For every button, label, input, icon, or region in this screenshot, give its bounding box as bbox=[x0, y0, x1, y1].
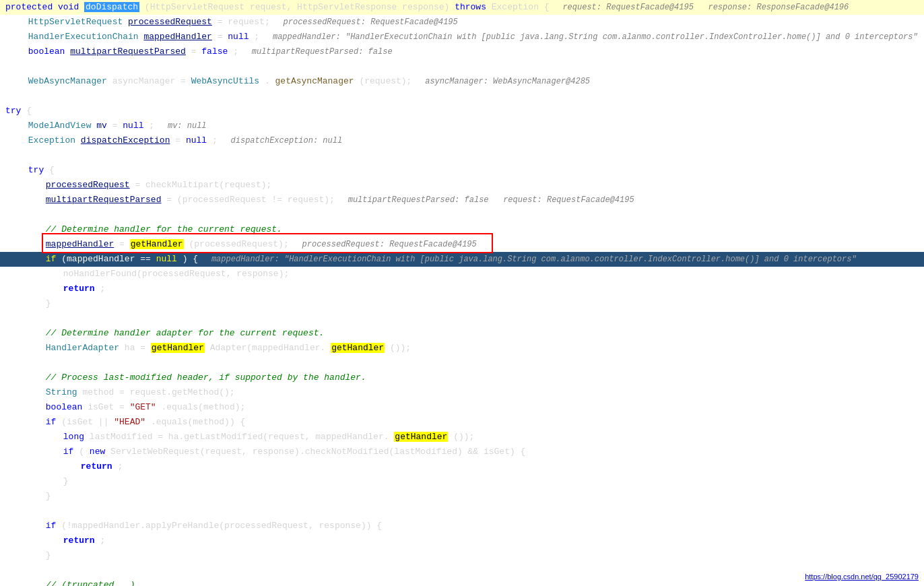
code-line: } bbox=[0, 474, 924, 489]
code-line: String method = request.getMethod(); bbox=[0, 385, 924, 400]
code-line: } bbox=[0, 548, 924, 563]
code-line: HandlerAdapter ha = getHandler Adapter(m… bbox=[0, 341, 924, 356]
code-line: boolean multipartRequestParsed = false ;… bbox=[0, 44, 924, 59]
code-line: ModelAndView mv = null ; mv: null bbox=[0, 119, 924, 133]
code-line: if ( new ServletWebRequest(request, resp… bbox=[0, 445, 924, 459]
code-line: // Determine handler for the current req… bbox=[0, 222, 924, 237]
code-line: processedRequest = checkMultipart(reques… bbox=[0, 178, 924, 193]
code-line bbox=[0, 311, 924, 326]
code-line: try { bbox=[0, 104, 924, 119]
code-line bbox=[0, 356, 924, 370]
code-line: multipartRequestParsed = (processedReque… bbox=[0, 193, 924, 207]
code-line: Exception dispatchException = null ; dis… bbox=[0, 133, 924, 148]
code-line: protected void doDispatch (HttpServletRe… bbox=[0, 0, 924, 15]
code-line: boolean isGet = "GET" .equals(method); bbox=[0, 400, 924, 415]
code-line: WebAsyncManager asyncManager = WebAsyncU… bbox=[0, 74, 924, 89]
code-line: if (isGet || "HEAD" .equals(method)) { bbox=[0, 415, 924, 430]
code-line bbox=[0, 207, 924, 222]
code-line: } bbox=[0, 489, 924, 504]
code-line bbox=[0, 89, 924, 104]
code-line: long lastModified = ha.getLastModified(r… bbox=[0, 430, 924, 445]
code-line-highlighted: if (mappedHandler == null ) { mappedHand… bbox=[0, 252, 924, 267]
code-line bbox=[0, 563, 924, 578]
code-line: if (!mappedHandler.applyPreHandle(proces… bbox=[0, 519, 924, 533]
code-line: // Process last-modified header, if supp… bbox=[0, 370, 924, 385]
code-line bbox=[0, 59, 924, 74]
code-line bbox=[0, 148, 924, 163]
code-line: } bbox=[0, 296, 924, 311]
code-line: HttpServletRequest processedRequest = re… bbox=[0, 15, 924, 30]
code-line: return ; bbox=[0, 282, 924, 296]
code-line bbox=[0, 504, 924, 519]
code-line: // Determine handler adapter for the cur… bbox=[0, 326, 924, 341]
code-line: return ; bbox=[0, 533, 924, 548]
code-line: // (truncated...) bbox=[0, 578, 924, 586]
code-container: protected void doDispatch (HttpServletRe… bbox=[0, 0, 924, 586]
code-line: noHandlerFound(processedRequest, respons… bbox=[0, 267, 924, 282]
code-line: mappedHandler = getHandler (processedReq… bbox=[0, 237, 924, 252]
watermark: https://blog.csdn.net/qq_25902179 bbox=[805, 573, 919, 581]
code-line: return ; bbox=[0, 459, 924, 474]
code-line: HandlerExecutionChain mappedHandler = nu… bbox=[0, 30, 924, 44]
code-line: try { bbox=[0, 163, 924, 178]
